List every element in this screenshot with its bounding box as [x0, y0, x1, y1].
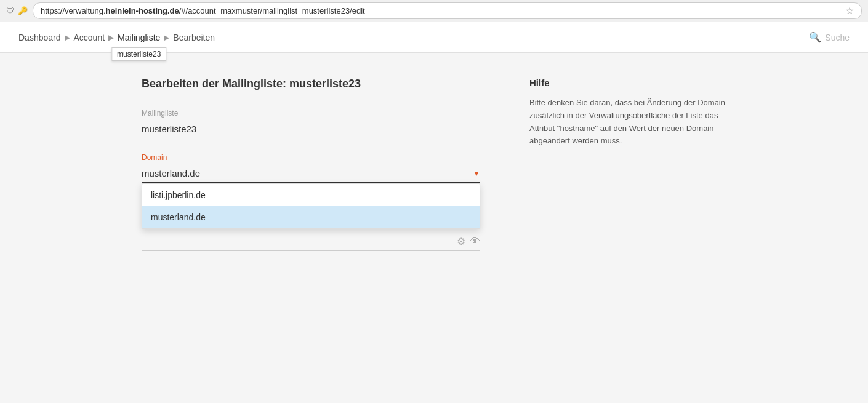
mailingliste-field-group: Mailingliste — [142, 109, 480, 138]
password-toggle-icon[interactable]: 👁 — [470, 236, 480, 247]
mailingliste-label: Mailingliste — [142, 109, 480, 118]
help-title: Hilfe — [529, 78, 726, 88]
breadcrumb-sep-3: ▶ — [164, 33, 169, 42]
domain-field-group: Domain musterland.de ▼ listi.jpberlin.de… — [142, 153, 480, 183]
breadcrumb-bearbeiten: Bearbeiten — [173, 33, 215, 42]
bookmark-icon[interactable]: ☆ — [845, 5, 854, 17]
page-title: Bearbeiten der Mailingliste: musterliste… — [142, 78, 480, 90]
shield-icon: 🛡 — [6, 6, 14, 15]
breadcrumb: Dashboard ▶ Account ▶ Mailingliste muste… — [18, 33, 215, 42]
breadcrumb-tooltip: musterliste23 — [111, 47, 166, 61]
main-content: Bearbeiten der Mailingliste: musterliste… — [0, 53, 868, 290]
breadcrumb-dashboard[interactable]: Dashboard — [18, 33, 61, 42]
domain-label: Domain — [142, 153, 480, 162]
breadcrumb-account[interactable]: Account — [74, 33, 105, 42]
address-bar[interactable]: https://verwaltung.heinlein-hosting.de/#… — [33, 2, 862, 19]
passwort-input[interactable] — [142, 233, 480, 251]
dropdown-arrow-icon: ▼ — [473, 169, 480, 178]
browser-security-icons: 🛡 🔑 — [6, 6, 28, 15]
password-field-wrapper: ⚙ 👁 — [142, 233, 480, 251]
breadcrumb-bar: Dashboard ▶ Account ▶ Mailingliste muste… — [0, 22, 868, 53]
url-text: https://verwaltung.heinlein-hosting.de/#… — [41, 6, 365, 15]
domain-select[interactable]: musterland.de ▼ — [142, 164, 480, 183]
breadcrumb-mailingliste[interactable]: Mailingliste musterliste23 — [118, 33, 160, 42]
domain-field-wrapper: musterland.de ▼ listi.jpberlin.de muster… — [142, 164, 480, 183]
form-section: Bearbeiten der Mailingliste: musterliste… — [142, 78, 480, 266]
browser-bar: 🛡 🔑 https://verwaltung.heinlein-hosting.… — [0, 0, 868, 22]
help-section: Hilfe Bitte denken Sie daran, dass bei Ä… — [529, 78, 726, 266]
breadcrumb-sep-1: ▶ — [65, 33, 70, 42]
search-icon: 🔍 — [809, 31, 821, 43]
domain-selected-value: musterland.de — [142, 168, 200, 178]
search-placeholder: Suche — [825, 33, 850, 42]
search-area[interactable]: 🔍 Suche — [809, 31, 850, 43]
domain-dropdown-menu: listi.jpberlin.de musterland.de — [142, 183, 480, 229]
password-icons: ⚙ 👁 — [457, 236, 480, 247]
domain-option-listi[interactable]: listi.jpberlin.de — [142, 184, 480, 206]
breadcrumb-sep-2: ▶ — [108, 33, 114, 42]
help-text: Bitte denken Sie daran, dass bei Änderun… — [529, 97, 726, 148]
key-icon: 🔑 — [18, 6, 28, 15]
domain-option-musterland[interactable]: musterland.de — [142, 206, 480, 228]
mailingliste-input[interactable] — [142, 120, 480, 138]
password-generate-icon[interactable]: ⚙ — [457, 236, 465, 247]
